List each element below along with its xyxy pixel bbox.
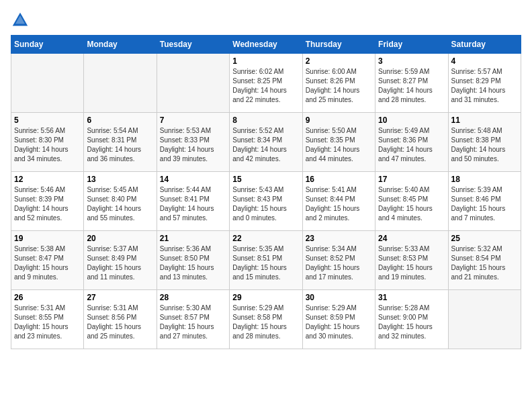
calendar-cell: 10Sunrise: 5:49 AMSunset: 8:36 PMDayligh… [375, 113, 448, 172]
day-info: Sunrise: 5:59 AMSunset: 8:27 PMDaylight:… [378, 67, 445, 105]
calendar-cell: 8Sunrise: 5:52 AMSunset: 8:34 PMDaylight… [230, 113, 302, 172]
weekday-header-row: SundayMondayTuesdayWednesdayThursdayFrid… [11, 36, 521, 54]
calendar-cell: 29Sunrise: 5:29 AMSunset: 8:58 PMDayligh… [230, 290, 302, 349]
calendar-cell: 24Sunrise: 5:33 AMSunset: 8:53 PMDayligh… [375, 231, 448, 290]
calendar-cell: 25Sunrise: 5:32 AMSunset: 8:54 PMDayligh… [448, 231, 521, 290]
day-number: 31 [378, 293, 445, 302]
day-info: Sunrise: 5:43 AMSunset: 8:43 PMDaylight:… [232, 185, 299, 223]
day-info: Sunrise: 5:36 AMSunset: 8:50 PMDaylight:… [160, 244, 226, 282]
day-number: 25 [451, 234, 518, 243]
day-info: Sunrise: 5:33 AMSunset: 8:53 PMDaylight:… [378, 244, 445, 282]
day-info: Sunrise: 5:40 AMSunset: 8:45 PMDaylight:… [378, 185, 445, 223]
calendar-cell: 14Sunrise: 5:44 AMSunset: 8:41 PMDayligh… [157, 172, 229, 231]
day-info: Sunrise: 5:57 AMSunset: 8:29 PMDaylight:… [451, 67, 518, 105]
day-number: 3 [378, 56, 445, 66]
calendar: SundayMondayTuesdayWednesdayThursdayFrid… [11, 35, 521, 349]
day-info: Sunrise: 5:53 AMSunset: 8:33 PMDaylight:… [160, 126, 226, 164]
calendar-cell: 23Sunrise: 5:34 AMSunset: 8:52 PMDayligh… [302, 231, 375, 290]
day-number: 5 [14, 116, 81, 125]
day-number: 20 [87, 234, 153, 243]
day-info: Sunrise: 5:38 AMSunset: 8:47 PMDaylight:… [14, 244, 81, 282]
weekday-header-monday: Monday [84, 36, 157, 54]
day-info: Sunrise: 5:35 AMSunset: 8:51 PMDaylight:… [232, 244, 299, 282]
day-info: Sunrise: 5:41 AMSunset: 8:44 PMDaylight:… [306, 185, 372, 223]
calendar-cell [11, 54, 84, 113]
calendar-cell: 11Sunrise: 5:48 AMSunset: 8:38 PMDayligh… [448, 113, 521, 172]
day-number: 9 [306, 116, 372, 125]
calendar-cell: 28Sunrise: 5:30 AMSunset: 8:57 PMDayligh… [157, 290, 229, 349]
calendar-cell: 30Sunrise: 5:29 AMSunset: 8:59 PMDayligh… [302, 290, 375, 349]
day-number: 27 [87, 293, 153, 302]
calendar-cell: 6Sunrise: 5:54 AMSunset: 8:31 PMDaylight… [84, 113, 157, 172]
weekday-header-tuesday: Tuesday [157, 36, 229, 54]
weekday-header-friday: Friday [375, 36, 448, 54]
calendar-cell: 1Sunrise: 6:02 AMSunset: 8:25 PMDaylight… [230, 54, 302, 113]
day-number: 7 [160, 116, 226, 125]
day-info: Sunrise: 5:34 AMSunset: 8:52 PMDaylight:… [306, 244, 372, 282]
calendar-cell: 17Sunrise: 5:40 AMSunset: 8:45 PMDayligh… [375, 172, 448, 231]
calendar-cell: 31Sunrise: 5:28 AMSunset: 9:00 PMDayligh… [375, 290, 448, 349]
calendar-cell: 26Sunrise: 5:31 AMSunset: 8:55 PMDayligh… [11, 290, 84, 349]
day-number: 22 [232, 234, 299, 243]
calendar-cell: 5Sunrise: 5:56 AMSunset: 8:30 PMDaylight… [11, 113, 84, 172]
calendar-cell: 13Sunrise: 5:45 AMSunset: 8:40 PMDayligh… [84, 172, 157, 231]
calendar-week-row: 12Sunrise: 5:46 AMSunset: 8:39 PMDayligh… [11, 172, 521, 231]
calendar-week-row: 26Sunrise: 5:31 AMSunset: 8:55 PMDayligh… [11, 290, 521, 349]
day-number: 11 [451, 116, 518, 125]
day-number: 17 [378, 175, 445, 184]
day-number: 18 [451, 175, 518, 184]
day-info: Sunrise: 5:45 AMSunset: 8:40 PMDaylight:… [87, 185, 153, 223]
day-info: Sunrise: 5:31 AMSunset: 8:56 PMDaylight:… [87, 304, 153, 341]
day-info: Sunrise: 5:31 AMSunset: 8:55 PMDaylight:… [14, 304, 81, 341]
day-info: Sunrise: 5:37 AMSunset: 8:49 PMDaylight:… [87, 244, 153, 282]
day-number: 26 [14, 293, 81, 302]
day-info: Sunrise: 5:50 AMSunset: 8:35 PMDaylight:… [306, 126, 372, 164]
day-info: Sunrise: 5:39 AMSunset: 8:46 PMDaylight:… [451, 185, 518, 223]
day-info: Sunrise: 5:49 AMSunset: 8:36 PMDaylight:… [378, 126, 445, 164]
day-number: 15 [232, 175, 299, 184]
day-number: 12 [14, 175, 81, 184]
calendar-cell: 12Sunrise: 5:46 AMSunset: 8:39 PMDayligh… [11, 172, 84, 231]
calendar-cell: 20Sunrise: 5:37 AMSunset: 8:49 PMDayligh… [84, 231, 157, 290]
calendar-cell: 7Sunrise: 5:53 AMSunset: 8:33 PMDaylight… [157, 113, 229, 172]
day-info: Sunrise: 5:52 AMSunset: 8:34 PMDaylight:… [232, 126, 299, 164]
day-info: Sunrise: 5:54 AMSunset: 8:31 PMDaylight:… [87, 126, 153, 164]
day-number: 21 [160, 234, 226, 243]
logo [11, 11, 32, 30]
calendar-week-row: 19Sunrise: 5:38 AMSunset: 8:47 PMDayligh… [11, 231, 521, 290]
day-number: 6 [87, 116, 153, 125]
calendar-cell: 2Sunrise: 6:00 AMSunset: 8:26 PMDaylight… [302, 54, 375, 113]
day-info: Sunrise: 5:29 AMSunset: 8:59 PMDaylight:… [306, 304, 372, 341]
day-info: Sunrise: 5:30 AMSunset: 8:57 PMDaylight:… [160, 304, 226, 341]
calendar-cell: 15Sunrise: 5:43 AMSunset: 8:43 PMDayligh… [230, 172, 302, 231]
weekday-header-thursday: Thursday [302, 36, 375, 54]
day-number: 29 [232, 293, 299, 302]
day-number: 4 [451, 56, 518, 66]
day-number: 24 [378, 234, 445, 243]
calendar-cell: 21Sunrise: 5:36 AMSunset: 8:50 PMDayligh… [157, 231, 229, 290]
weekday-header-saturday: Saturday [448, 36, 521, 54]
day-info: Sunrise: 6:02 AMSunset: 8:25 PMDaylight:… [232, 67, 299, 105]
day-info: Sunrise: 5:28 AMSunset: 9:00 PMDaylight:… [378, 304, 445, 341]
calendar-cell [448, 290, 521, 349]
day-number: 19 [14, 234, 81, 243]
day-info: Sunrise: 5:44 AMSunset: 8:41 PMDaylight:… [160, 185, 226, 223]
calendar-cell: 18Sunrise: 5:39 AMSunset: 8:46 PMDayligh… [448, 172, 521, 231]
day-number: 2 [306, 56, 372, 66]
day-info: Sunrise: 5:48 AMSunset: 8:38 PMDaylight:… [451, 126, 518, 164]
header [11, 11, 521, 30]
day-number: 10 [378, 116, 445, 125]
day-number: 13 [87, 175, 153, 184]
day-info: Sunrise: 6:00 AMSunset: 8:26 PMDaylight:… [306, 67, 372, 105]
day-number: 14 [160, 175, 226, 184]
calendar-cell: 9Sunrise: 5:50 AMSunset: 8:35 PMDaylight… [302, 113, 375, 172]
calendar-cell: 22Sunrise: 5:35 AMSunset: 8:51 PMDayligh… [230, 231, 302, 290]
calendar-cell [157, 54, 229, 113]
day-info: Sunrise: 5:46 AMSunset: 8:39 PMDaylight:… [14, 185, 81, 223]
calendar-cell: 19Sunrise: 5:38 AMSunset: 8:47 PMDayligh… [11, 231, 84, 290]
day-number: 8 [232, 116, 299, 125]
day-number: 23 [306, 234, 372, 243]
calendar-cell: 27Sunrise: 5:31 AMSunset: 8:56 PMDayligh… [84, 290, 157, 349]
calendar-week-row: 1Sunrise: 6:02 AMSunset: 8:25 PMDaylight… [11, 54, 521, 113]
day-info: Sunrise: 5:29 AMSunset: 8:58 PMDaylight:… [232, 304, 299, 341]
